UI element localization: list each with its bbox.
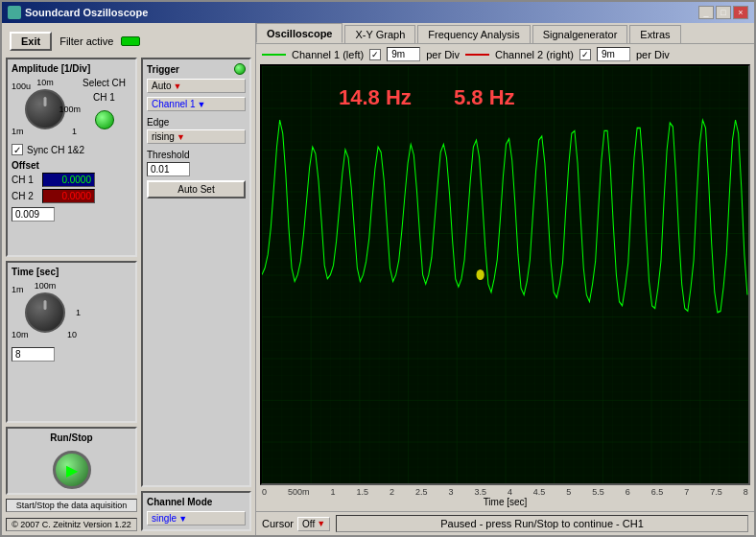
time-spinner-value: 8: [15, 349, 21, 360]
trigger-mode-dropdown[interactable]: Auto ▼: [147, 79, 246, 93]
channel-mode-dropdown[interactable]: single ▼: [147, 511, 246, 525]
ch2-channel-checkbox[interactable]: ✓: [579, 49, 591, 60]
sync-checkbox[interactable]: ✓: [12, 144, 23, 155]
trigger-edge-row: Edge rising ▼: [147, 117, 246, 144]
ch1-channel-checkbox[interactable]: ✓: [369, 49, 381, 60]
time-label-right: 1: [76, 308, 81, 317]
copyright-text: © 2007 C. Zeitnitz Version 1.22: [6, 518, 137, 531]
trigger-threshold-row: Threshold 0.01: [147, 150, 246, 176]
trigger-area: Trigger Auto ▼ Channel 1: [141, 58, 251, 531]
offset-ch2-row: CH 2 0.0000: [12, 189, 131, 203]
offset-ch2-input[interactable]: 0.0000: [42, 189, 95, 203]
trigger-edge-arrow: ▼: [177, 132, 185, 142]
trigger-mode-row: Auto ▼: [147, 79, 246, 93]
tab-extras[interactable]: Extras: [629, 25, 680, 43]
trigger-section: Trigger Auto ▼ Channel 1: [141, 58, 251, 487]
offset-section: Offset CH 1 0.0000 CH 2 0.0000: [12, 159, 131, 203]
ch1-label: CH 1: [93, 92, 115, 103]
time-tick-1: 1: [330, 487, 335, 497]
maximize-button[interactable]: □: [716, 6, 731, 19]
select-ch-label: Select CH: [83, 78, 126, 88]
time-spinner-row: 8: [12, 347, 131, 362]
ch2-line-indicator: [465, 54, 489, 56]
amp-label-top: 10m: [36, 78, 54, 87]
run-stop-hint: Start/Stop the data aquisition: [6, 499, 137, 512]
time-tick-500m: 500m: [288, 487, 310, 497]
trigger-channel-arrow: ▼: [198, 100, 206, 109]
auto-set-button[interactable]: Auto Set: [147, 180, 246, 198]
trigger-threshold-input[interactable]: 0.01: [147, 162, 190, 176]
channel-bar: Channel 1 (left) ✓ 9m per Div Channel 2 …: [256, 44, 754, 64]
amp-label-right: 100m: [59, 105, 81, 114]
channel-mode-arrow: ▼: [178, 514, 187, 524]
ch1-per-div-value: 9m: [391, 49, 405, 59]
filter-label: Filter active: [59, 35, 113, 47]
trigger-channel-dropdown[interactable]: Channel 1 ▼: [147, 97, 246, 111]
time-tick-2.5: 2.5: [415, 487, 428, 497]
tab-extras-label: Extras: [640, 29, 670, 40]
window-title: Soundcard Oszilloscope: [25, 7, 148, 18]
ch1-per-div-input[interactable]: 9m: [387, 47, 420, 61]
select-ch-area: Select CH CH 1: [83, 78, 126, 129]
time-tick-0: 0: [262, 487, 267, 497]
time-label-top: 100m: [35, 281, 57, 291]
time-tick-4.5: 4.5: [533, 487, 546, 497]
time-tick-3.5: 3.5: [474, 487, 486, 497]
trigger-threshold-label: Threshold: [147, 150, 246, 160]
exit-button[interactable]: Exit: [10, 32, 52, 51]
time-tick-5.5: 5.5: [592, 487, 604, 497]
time-knob[interactable]: [25, 292, 65, 333]
run-stop-title: Run/Stop: [50, 432, 92, 443]
ch1-channel-label: Channel 1 (left): [292, 49, 364, 60]
cursor-value: Off: [302, 519, 315, 529]
time-knob-area: 100m 1 10 10m 1m: [12, 281, 79, 343]
main-window: Soundcard Oszilloscope _ □ × Exit Filter…: [0, 0, 756, 537]
ch2-per-div-input[interactable]: 9m: [597, 47, 630, 61]
amplitude-spinner[interactable]: 0.009: [12, 207, 55, 222]
scope-svg: [262, 66, 748, 483]
trigger-channel-value: Channel 1: [152, 99, 196, 109]
scope-cursor-dot: [476, 269, 484, 280]
run-stop-button[interactable]: ▶: [53, 451, 91, 489]
titlebar-controls[interactable]: _ □ ×: [698, 6, 748, 19]
time-tick-6: 6: [626, 487, 630, 497]
amplitude-spinner-value: 0.009: [15, 209, 39, 220]
tab-oscilloscope[interactable]: Oscilloscope: [256, 23, 343, 43]
right-panel: Oscilloscope X-Y Graph Frequency Analysi…: [256, 23, 754, 535]
close-button[interactable]: ×: [733, 6, 748, 19]
time-title: Time [sec]: [12, 267, 131, 277]
trigger-header: Trigger: [147, 63, 246, 75]
cursor-section: Cursor Off ▼: [262, 517, 330, 531]
tab-xy-graph[interactable]: X-Y Graph: [344, 25, 415, 43]
titlebar-left: Soundcard Oszilloscope: [8, 6, 148, 19]
trigger-edge-dropdown[interactable]: rising ▼: [147, 129, 246, 144]
channel-mode-value: single: [152, 513, 177, 524]
time-spinner[interactable]: 8: [12, 347, 55, 362]
trigger-edge-value: rising: [152, 131, 175, 142]
tab-frequency-analysis-label: Frequency Analysis: [428, 29, 519, 40]
sync-row: ✓ Sync CH 1&2: [12, 144, 131, 155]
time-tick-7: 7: [684, 487, 689, 497]
sync-label: Sync CH 1&2: [27, 145, 84, 155]
cursor-dropdown[interactable]: Off ▼: [297, 517, 330, 531]
trigger-mode-value: Auto: [152, 81, 172, 91]
top-bar: Exit Filter active: [6, 27, 251, 56]
amplitude-spinner-row: 0.009: [12, 207, 131, 222]
time-knob-wrap: [25, 292, 65, 333]
tab-signal-generator[interactable]: Signalgenerator: [532, 25, 628, 43]
amp-label-bl: 100u: [12, 82, 31, 91]
time-axis-area: 0 500m 1 1.5 2 2.5 3 3.5 4 4.5 5 5.5 6 6…: [256, 485, 754, 511]
main-content: Exit Filter active Amplitude [1/Div]: [2, 23, 754, 535]
time-axis-label: Time [sec]: [260, 497, 750, 509]
status-bar: Paused - press Run/Stop to continue - CH…: [336, 515, 748, 532]
offset-ch1-input[interactable]: 0.0000: [42, 173, 95, 187]
offset-ch1-row: CH 1 0.0000: [12, 173, 131, 187]
oscilloscope-display: 14.8 Hz 5.8 Hz: [260, 64, 750, 485]
tab-xy-graph-label: X-Y Graph: [355, 29, 405, 40]
minimize-button[interactable]: _: [698, 6, 714, 19]
time-tick-8: 8: [744, 487, 748, 497]
time-tick-1.5: 1.5: [356, 487, 368, 497]
tab-frequency-analysis[interactable]: Frequency Analysis: [417, 25, 530, 43]
filter-led: [121, 36, 140, 46]
time-tick-7.5: 7.5: [710, 487, 722, 497]
